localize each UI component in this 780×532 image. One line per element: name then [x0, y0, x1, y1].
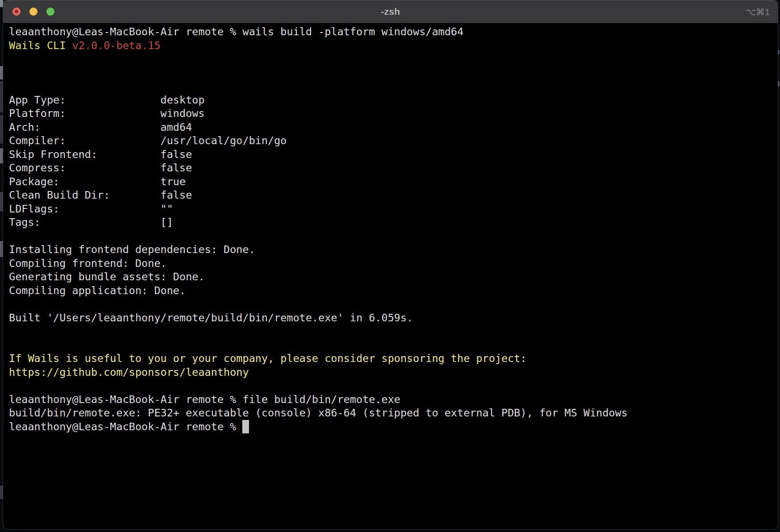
terminal-line: leaanthony@Leas-MacBook-Air remote % fil… [9, 393, 773, 407]
terminal-line [9, 66, 773, 80]
terminal-text: Installing frontend dependencies: Done. [9, 243, 255, 256]
terminal-screen[interactable]: leaanthony@Leas-MacBook-Air remote % wai… [3, 23, 778, 529]
terminal-text: Compiling frontend: Done. [9, 257, 167, 270]
background-window-edge [0, 192, 3, 212]
terminal-line [9, 52, 773, 66]
terminal-cursor [242, 420, 249, 434]
background-window-edge [0, 115, 3, 144]
terminal-text: App Type: desktop [9, 94, 205, 106]
terminal-line: Compiling application: Done. [9, 284, 773, 298]
background-window-speck [778, 50, 780, 54]
terminal-line [9, 297, 773, 311]
terminal-line: Compiling frontend: Done. [9, 257, 773, 270]
terminal-line: Installing frontend dependencies: Done. [9, 243, 773, 257]
terminal-text: Compress: false [9, 162, 192, 174]
terminal-line [9, 229, 773, 243]
terminal-line: https://github.com/sponsors/leaanthony [9, 366, 773, 379]
background-window-edge [0, 81, 3, 112]
terminal-text: Compiling application: Done. [9, 284, 186, 297]
terminal-line: If Wails is useful to you or your compan… [9, 352, 773, 366]
terminal-line: leaanthony@Leas-MacBook-Air remote % wai… [9, 25, 773, 39]
terminal-line: Package: true [9, 175, 773, 189]
terminal-line: Tags: [] [9, 216, 773, 229]
background-window-speck [778, 81, 780, 87]
terminal-text: Wails CLI [9, 39, 72, 52]
terminal-text: https://github.com/sponsors/leaanthony [9, 366, 249, 378]
terminal-line: Skip Frontend: false [9, 148, 773, 162]
terminal-line: Platform: windows [9, 107, 773, 121]
background-window-edge [0, 486, 3, 499]
terminal-text: Generating bundle assets: Done. [9, 270, 205, 283]
terminal-text: Tags: [] [9, 216, 173, 229]
background-window-edge [0, 66, 3, 79]
terminal-line: leaanthony@Leas-MacBook-Air remote % [9, 420, 773, 434]
background-window-edge [0, 241, 3, 257]
terminal-line: Generating bundle assets: Done. [9, 270, 773, 284]
terminal-line: Clean Build Dir: false [9, 188, 773, 202]
terminal-text: build/bin/remote.exe: PE32+ executable (… [9, 407, 628, 419]
terminal-line: Built '/Users/leaanthony/remote/build/bi… [9, 311, 773, 325]
terminal-text: LDFlags: "" [9, 203, 173, 215]
terminal-text: Clean Build Dir: false [9, 189, 192, 201]
titlebar[interactable]: -zsh ⌥⌘1 [3, 0, 778, 23]
terminal-line: Compiler: /usr/local/go/bin/go [9, 134, 773, 148]
terminal-line [9, 324, 773, 338]
terminal-text: Skip Frontend: false [9, 148, 192, 161]
terminal-text: Package: true [9, 175, 186, 188]
terminal-line: Wails CLI v2.0.0-beta.15 [9, 39, 773, 53]
terminal-line [9, 79, 773, 93]
terminal-text: Compiler: /usr/local/go/bin/go [9, 134, 287, 147]
window-shortcut-badge: ⌥⌘1 [746, 0, 770, 23]
terminal-line: App Type: desktop [9, 93, 773, 107]
terminal-text: Arch: amd64 [9, 121, 192, 133]
terminal-window: -zsh ⌥⌘1 leaanthony@Leas-MacBook-Air rem… [3, 0, 778, 529]
terminal-text: Platform: windows [9, 107, 205, 120]
terminal-text: v2.0.0-beta.15 [72, 39, 160, 52]
terminal-text: leaanthony@Leas-MacBook-Air remote % wai… [9, 25, 464, 38]
terminal-text: If Wails is useful to you or your compan… [9, 352, 527, 365]
window-title: -zsh [3, 0, 778, 23]
terminal-line: build/bin/remote.exe: PE32+ executable (… [9, 406, 773, 420]
terminal-text: Built '/Users/leaanthony/remote/build/bi… [9, 312, 413, 324]
background-window-edge [0, 0, 3, 7]
background-window-edge [0, 148, 3, 163]
terminal-line [9, 338, 773, 352]
terminal-line: LDFlags: "" [9, 202, 773, 216]
terminal-text: leaanthony@Leas-MacBook-Air remote % [9, 420, 242, 433]
terminal-line: Compress: false [9, 161, 773, 175]
terminal-line: Arch: amd64 [9, 121, 773, 134]
terminal-line [9, 379, 773, 393]
terminal-text: leaanthony@Leas-MacBook-Air remote % fil… [9, 393, 400, 406]
